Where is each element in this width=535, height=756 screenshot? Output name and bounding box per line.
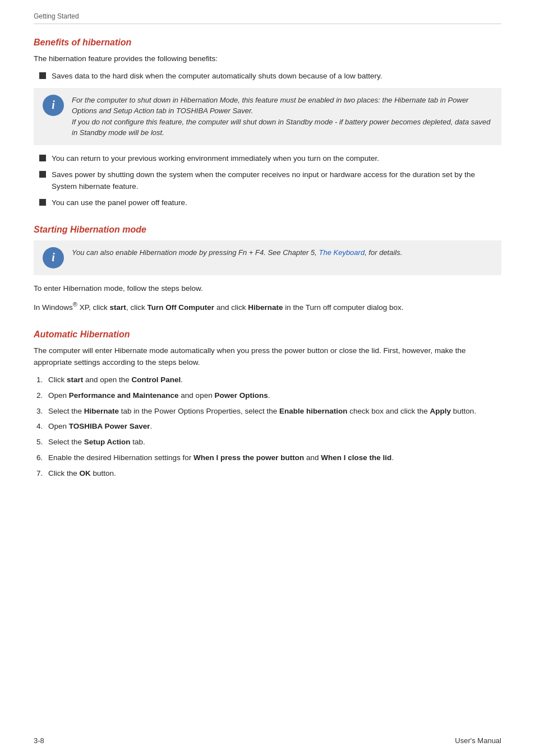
- page-footer: 3-8 User's Manual: [34, 736, 501, 745]
- benefits-intro: The hibernation feature provides the fol…: [34, 53, 501, 65]
- step3-bold1: Hibernate: [84, 407, 119, 415]
- page-container: Getting Started Benefits of hibernation …: [0, 0, 535, 756]
- bullet-square-icon: [39, 155, 46, 161]
- starting-para1: To enter Hibernation mode, follow the st…: [34, 283, 501, 295]
- benefits-bullets-after: You can return to your previous working …: [34, 153, 501, 209]
- section-benefits: Benefits of hibernation The hibernation …: [34, 38, 501, 209]
- footer-page-number: 3-8: [34, 736, 44, 745]
- bullet-square-icon: [39, 171, 46, 178]
- breadcrumb-area: Getting Started: [34, 11, 501, 24]
- bullet-item: Saves power by shutting down the system …: [39, 169, 501, 193]
- step6-bold1: When I press the power button: [193, 453, 304, 462]
- bullet-square-icon: [39, 199, 46, 206]
- benefits-heading: Benefits of hibernation: [34, 38, 501, 48]
- info-box-starting-text: You can also enable Hibernation mode by …: [72, 247, 402, 258]
- step-1: Click start and open the Control Panel.: [45, 374, 501, 386]
- step1-bold1: start: [67, 375, 83, 384]
- bullet-item: You can return to your previous working …: [39, 153, 501, 165]
- step1-bold2: Control Panel: [132, 375, 181, 384]
- hibernate-bold: Hibernate: [248, 303, 283, 312]
- turn-off-computer-bold: Turn Off Computer: [147, 303, 214, 312]
- step7-bold1: OK: [80, 469, 91, 477]
- keyboard-link[interactable]: The Keyboard: [319, 248, 365, 257]
- section-starting: Starting Hibernation mode i You can also…: [34, 225, 501, 314]
- automatic-intro: The computer will enter Hibernate mode a…: [34, 345, 501, 369]
- bullet-item: You can use the panel power off feature.: [39, 197, 501, 209]
- starting-heading: Starting Hibernation mode: [34, 225, 501, 235]
- step6-bold2: When I close the lid: [321, 453, 391, 462]
- step-4: Open TOSHIBA Power Saver.: [45, 421, 501, 433]
- footer-manual-title: User's Manual: [455, 736, 501, 745]
- benefits-bullets-before: Saves data to the hard disk when the com…: [34, 71, 501, 82]
- bullet-item: Saves data to the hard disk when the com…: [39, 71, 501, 82]
- step-5: Select the Setup Action tab.: [45, 437, 501, 448]
- step3-bold2: Enable hibernation: [279, 407, 348, 415]
- info-icon: i: [43, 95, 64, 116]
- automatic-heading: Automatic Hibernation: [34, 330, 501, 340]
- step-6: Enable the desired Hibernation settings …: [45, 452, 501, 464]
- step2-bold2: Power Options: [214, 391, 268, 400]
- info-icon-2: i: [43, 247, 64, 268]
- info-box-benefits: i For the computer to shut down in Hiber…: [34, 88, 501, 145]
- bullet-square-icon: [39, 72, 46, 79]
- info-box-starting: i You can also enable Hibernation mode b…: [34, 240, 501, 275]
- step-7: Click the OK button.: [45, 468, 501, 480]
- section-automatic: Automatic Hibernation The computer will …: [34, 330, 501, 480]
- registered-mark: ®: [73, 301, 77, 308]
- step4-bold1: TOSHIBA Power Saver: [69, 422, 150, 430]
- step2-bold1: Performance and Maintenance: [69, 391, 179, 400]
- step-3: Select the Hibernate tab in the Power Op…: [45, 406, 501, 418]
- start-bold: start: [110, 303, 126, 312]
- breadcrumb: Getting Started: [34, 12, 79, 20]
- step-2: Open Performance and Maintenance and ope…: [45, 390, 501, 402]
- step5-bold1: Setup Action: [84, 438, 131, 446]
- starting-para2: In Windows® XP, click start, click Turn …: [34, 300, 501, 313]
- info-box-text: For the computer to shut down in Hiberna…: [72, 95, 492, 138]
- step3-bold3: Apply: [430, 407, 451, 415]
- automatic-steps: Click start and open the Control Panel. …: [34, 374, 501, 480]
